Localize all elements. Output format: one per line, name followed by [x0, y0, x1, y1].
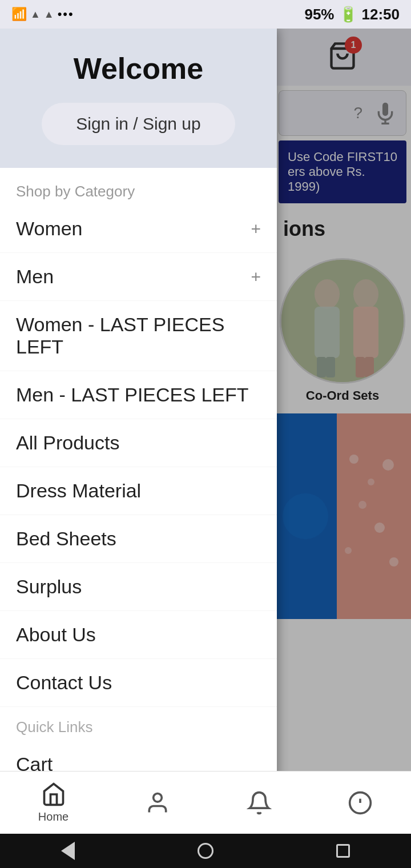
signal-icon-1: ▲	[30, 9, 41, 21]
nav-item-men-last[interactable]: Men - LAST PIECES LEFT	[0, 371, 277, 419]
clock: 12:50	[362, 6, 400, 23]
nav-home-button[interactable]: Home	[38, 782, 68, 823]
android-nav-bar	[0, 834, 411, 868]
sign-in-button[interactable]: Sign in / Sign up	[42, 103, 235, 145]
nav-account-button[interactable]	[145, 790, 170, 815]
plus-icon-women: +	[251, 219, 261, 239]
quick-links-label: Quick Links	[0, 707, 277, 741]
account-icon	[145, 790, 170, 815]
android-back-button[interactable]	[61, 842, 75, 860]
nav-item-all-products[interactable]: All Products	[0, 419, 277, 467]
drawer-navigation: Shop by Category Women + Men + Women - L…	[0, 168, 277, 794]
nav-item-bed-sheets[interactable]: Bed Sheets	[0, 515, 277, 563]
nav-label-women: Women	[16, 218, 83, 240]
welcome-title: Welcome	[17, 51, 260, 86]
nav-notifications-button[interactable]	[247, 790, 272, 815]
nav-item-about-us[interactable]: About Us	[0, 611, 277, 659]
bottom-nav-bar: Home	[0, 771, 411, 834]
wifi-icon: 📶	[11, 7, 27, 22]
nav-item-men[interactable]: Men +	[0, 253, 277, 301]
nav-item-surplus[interactable]: Surplus	[0, 563, 277, 611]
plus-icon-men: +	[251, 267, 261, 287]
nav-item-contact-us[interactable]: Contact Us	[0, 659, 277, 707]
nav-label-men: Men	[16, 266, 54, 288]
status-bar: 📶 ▲ ▲ ••• 95% 🔋 12:50	[0, 0, 411, 29]
svg-point-22	[154, 793, 162, 802]
status-time-battery: 95% 🔋 12:50	[304, 6, 400, 23]
nav-item-women[interactable]: Women +	[0, 205, 277, 253]
battery-percent: 95%	[304, 6, 334, 23]
android-home-button[interactable]	[198, 843, 213, 859]
nav-info-button[interactable]	[348, 790, 373, 815]
drawer-header: Welcome Sign in / Sign up	[0, 29, 277, 168]
signal-icon-2: ▲	[44, 9, 54, 21]
bell-icon	[247, 790, 272, 815]
more-icon: •••	[58, 7, 74, 22]
side-drawer: Welcome Sign in / Sign up Shop by Catego…	[0, 29, 277, 805]
status-icons: 📶 ▲ ▲ •••	[11, 7, 74, 22]
battery-icon: 🔋	[339, 6, 357, 23]
category-section-label: Shop by Category	[0, 174, 277, 205]
home-icon	[41, 782, 66, 807]
android-recent-button[interactable]	[336, 844, 350, 858]
home-label: Home	[38, 810, 68, 823]
nav-item-women-last[interactable]: Women - LAST PIECES LEFT	[0, 301, 277, 371]
nav-item-dress-material[interactable]: Dress Material	[0, 467, 277, 515]
info-icon	[348, 790, 373, 815]
